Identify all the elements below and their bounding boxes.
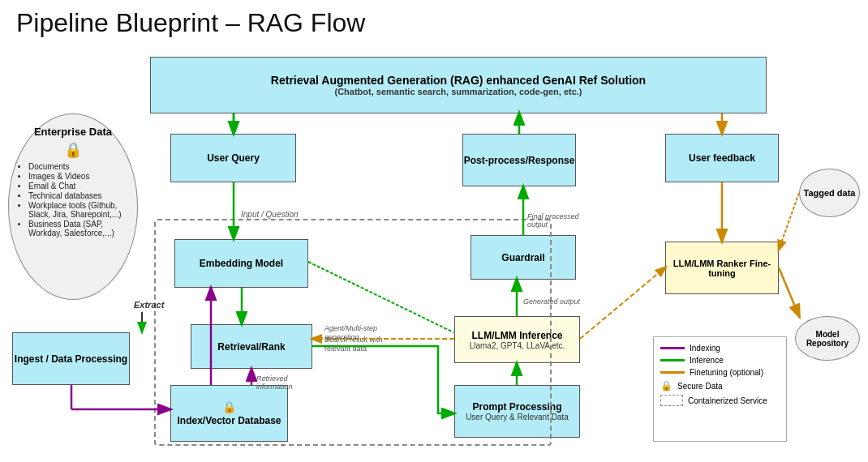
- llm-ranker-box: LLM/LMM Ranker Fine-tuning: [665, 242, 779, 294]
- main-title: Pipeline Blueprint – RAG Flow: [0, 0, 868, 46]
- svg-line-21: [779, 267, 799, 316]
- purple-arrow-legend: [660, 347, 685, 349]
- legend-containerized: Containerized Service: [660, 395, 780, 406]
- rag-title: Retrieval Augmented Generation (RAG) enh…: [271, 74, 646, 87]
- model-repo-ellipse: Model Repository: [795, 316, 860, 361]
- enterprise-data-title: Enterprise Data: [34, 126, 112, 138]
- list-item: Documents: [28, 162, 129, 171]
- enterprise-data-ellipse: Enterprise Data 🔒 Documents Images & Vid…: [8, 113, 138, 300]
- inference-container: [154, 219, 552, 446]
- list-item: Business Data (SAP, Workday, Salesforce,…: [28, 220, 129, 237]
- legend-box: Indexing Inference Finetuning (optional)…: [653, 336, 787, 442]
- rag-subtitle: (Chatbot, semantic search, summarization…: [334, 87, 582, 96]
- green-arrow-legend: [660, 359, 685, 361]
- lock-icon: 🔒: [64, 141, 82, 159]
- svg-line-23: [580, 267, 665, 339]
- lock-icon-legend: 🔒: [660, 380, 672, 391]
- user-query-box: User Query: [170, 134, 296, 182]
- post-process-box: Post-process/Response: [462, 134, 576, 186]
- svg-line-30: [779, 193, 799, 250]
- list-item: Email & Chat: [28, 182, 129, 190]
- dashed-box-legend: [660, 395, 683, 406]
- legend-inference: Inference: [660, 356, 780, 365]
- list-item: Workplace tools (Github, Slack, Jira, Sh…: [28, 201, 129, 219]
- ingest-data-box: Ingest / Data Processing: [12, 332, 130, 385]
- user-feedback-box: User feedback: [665, 134, 779, 182]
- legend-finetuning: Finetuning (optional): [660, 368, 780, 377]
- tagged-data-ellipse: Tagged data: [799, 169, 860, 217]
- legend-secure: 🔒 Secure Data: [660, 380, 780, 391]
- legend-indexing: Indexing: [660, 344, 780, 353]
- rag-box: Retrieval Augmented Generation (RAG) enh…: [150, 57, 767, 113]
- list-item: Technical databases: [28, 191, 129, 200]
- svg-text:Input / Question: Input / Question: [241, 210, 299, 219]
- list-item: Images & Videos: [28, 172, 129, 181]
- orange-arrow-legend: [660, 371, 685, 374]
- enterprise-data-list: Documents Images & Videos Email & Chat T…: [17, 162, 129, 238]
